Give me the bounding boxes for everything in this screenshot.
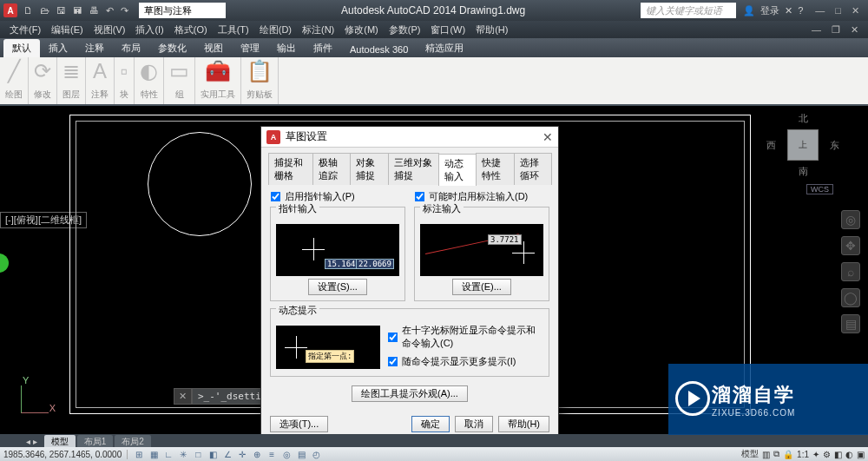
panel-clipboard[interactable]: 📋剪贴板: [241, 57, 279, 104]
ribbon-tab-a360[interactable]: Autodesk 360: [341, 42, 417, 57]
snap-toggle-icon[interactable]: ⊞: [133, 450, 145, 459]
annoscale-value[interactable]: 1:1: [797, 450, 809, 459]
menu-modify[interactable]: 修改(M): [340, 23, 383, 36]
tpy-toggle-icon[interactable]: ◎: [280, 450, 293, 459]
close-button[interactable]: ✕: [846, 3, 865, 18]
dtab-osnap[interactable]: 对象捕捉: [350, 153, 388, 185]
qp-toggle-icon[interactable]: ▤: [295, 450, 307, 459]
ribbon-tab-layout[interactable]: 布局: [113, 39, 149, 57]
sc-toggle-icon[interactable]: ◴: [310, 450, 322, 459]
isolate-icon[interactable]: ◐: [845, 450, 853, 459]
chk-crosshair-prompt[interactable]: 在十字光标附近显示命令提示和命令输入(C): [387, 324, 543, 350]
dtab-3dosnap[interactable]: 三维对象捕捉: [388, 153, 439, 185]
status-layout-icon[interactable]: ▥: [762, 450, 770, 459]
help-button[interactable]: 帮助(H): [498, 416, 549, 432]
infocenter-search[interactable]: 键入关键字或短语: [641, 3, 736, 18]
status-qv-icon[interactable]: ⧉: [773, 449, 779, 459]
menu-tools[interactable]: 工具(T): [214, 23, 253, 36]
menu-file[interactable]: 文件(F): [5, 23, 45, 36]
signin-icon[interactable]: 👤: [743, 5, 755, 16]
cleanscreen-icon[interactable]: ▣: [857, 450, 865, 459]
nav-wheel-icon[interactable]: ◎: [841, 210, 860, 229]
qat-redo-icon[interactable]: ↷: [118, 4, 131, 17]
panel-draw[interactable]: ╱绘图: [0, 57, 29, 104]
workspace-switch-icon[interactable]: ⚙: [823, 450, 831, 459]
cmdline-close-icon[interactable]: ✕: [174, 388, 192, 405]
grid-toggle-icon[interactable]: ▦: [148, 450, 160, 459]
3dosnap-toggle-icon[interactable]: ◧: [207, 450, 219, 459]
ribbon-tab-view[interactable]: 视图: [195, 39, 232, 57]
nav-showmotion-icon[interactable]: ▤: [841, 314, 860, 333]
chk-pointer-input[interactable]: 启用指针输入(P): [270, 190, 405, 203]
dtab-dyninput[interactable]: 动态输入: [438, 154, 477, 186]
dtab-quickprops[interactable]: 快捷特性: [476, 153, 514, 185]
menu-edit[interactable]: 编辑(E): [47, 23, 88, 36]
modelspace-button[interactable]: 模型: [741, 448, 759, 460]
ok-button[interactable]: 确定: [411, 416, 450, 432]
ribbon-tab-manage[interactable]: 管理: [232, 39, 268, 57]
layout-nav-icons[interactable]: ◂ ▸: [26, 437, 37, 446]
nav-orbit-icon[interactable]: ◯: [841, 288, 860, 307]
pointer-settings-button[interactable]: 设置(S)...: [308, 279, 367, 295]
panel-block[interactable]: ▫块: [115, 57, 135, 104]
chk-dim-input[interactable]: 可能时启用标注输入(D): [414, 190, 549, 203]
annoscale-icon[interactable]: 🔒: [783, 450, 793, 459]
qat-saveas-icon[interactable]: 🖬: [70, 4, 85, 17]
ortho-toggle-icon[interactable]: ∟: [162, 450, 174, 459]
panel-annotate[interactable]: A注释: [86, 57, 115, 104]
qat-new-icon[interactable]: 🗋: [21, 4, 36, 17]
menu-view[interactable]: 视图(V): [89, 23, 130, 36]
ribbon-tab-param[interactable]: 参数化: [149, 39, 195, 57]
wcs-badge[interactable]: WCS: [806, 184, 833, 194]
doc-close-button[interactable]: ✕: [846, 24, 863, 36]
dialog-titlebar[interactable]: A 草图设置 ✕: [261, 127, 558, 148]
cancel-button[interactable]: 取消: [455, 416, 493, 432]
lwt-toggle-icon[interactable]: ≡: [266, 450, 278, 459]
qat-undo-icon[interactable]: ↶: [103, 4, 116, 17]
menu-help[interactable]: 帮助(H): [471, 23, 512, 36]
chk-more-prompts[interactable]: 随命令提示显示更多提示(I): [387, 355, 543, 368]
app-logo[interactable]: A: [3, 3, 17, 17]
minimize-button[interactable]: —: [810, 3, 830, 18]
viewcube-face[interactable]: 上: [787, 129, 819, 161]
menu-window[interactable]: 窗口(W): [426, 23, 470, 36]
nav-zoom-icon[interactable]: ⌕: [841, 262, 860, 281]
annovisibility-icon[interactable]: ✦: [812, 450, 819, 459]
qat-open-icon[interactable]: 🗁: [37, 4, 52, 17]
doc-restore-button[interactable]: ❐: [827, 24, 845, 36]
ribbon-tab-addins[interactable]: 插件: [305, 39, 341, 57]
qat-plot-icon[interactable]: 🖶: [87, 4, 102, 17]
ducs-toggle-icon[interactable]: ✛: [236, 450, 248, 459]
dtab-selcycle[interactable]: 选择循环: [514, 153, 552, 185]
panel-group[interactable]: ▭组: [164, 57, 195, 104]
polar-toggle-icon[interactable]: ✳: [177, 450, 189, 459]
nav-pan-icon[interactable]: ✥: [841, 236, 860, 255]
panel-modify[interactable]: ⟳修改: [29, 57, 57, 104]
panel-utilities[interactable]: 🧰实用工具: [195, 57, 241, 104]
ribbon-tab-default[interactable]: 默认: [3, 39, 40, 57]
workspace-combo[interactable]: 草图与注释: [139, 3, 226, 18]
otrack-toggle-icon[interactable]: ∠: [221, 450, 233, 459]
help-icon[interactable]: ?: [798, 5, 803, 16]
exchange-icon[interactable]: ✕: [785, 5, 792, 16]
tooltip-appearance-button[interactable]: 绘图工具提示外观(A)...: [352, 385, 468, 402]
options-button[interactable]: 选项(T)...: [270, 416, 328, 432]
dtab-polar[interactable]: 极轴追踪: [312, 153, 351, 185]
doc-minimize-button[interactable]: —: [807, 24, 825, 36]
ribbon-tab-insert[interactable]: 插入: [40, 39, 76, 57]
ribbon-tab-annotate[interactable]: 注释: [76, 39, 113, 57]
dialog-close-icon[interactable]: ✕: [542, 130, 553, 144]
qat-save-icon[interactable]: 🖫: [54, 4, 69, 17]
menu-draw[interactable]: 绘图(D): [255, 23, 296, 36]
menu-format[interactable]: 格式(O): [170, 23, 212, 36]
menu-param[interactable]: 参数(P): [385, 23, 425, 36]
dyn-toggle-icon[interactable]: ⊕: [251, 450, 263, 459]
menu-dim[interactable]: 标注(N): [298, 23, 339, 36]
maximize-button[interactable]: □: [830, 3, 846, 18]
osnap-toggle-icon[interactable]: □: [192, 450, 204, 459]
signin-label[interactable]: 登录: [760, 4, 779, 17]
viewcube[interactable]: 北 西 东 南 上: [768, 110, 838, 180]
dim-settings-button[interactable]: 设置(E)...: [452, 279, 511, 295]
ribbon-tab-featured[interactable]: 精选应用: [417, 39, 472, 57]
panel-layers[interactable]: ≣图层: [57, 57, 86, 104]
